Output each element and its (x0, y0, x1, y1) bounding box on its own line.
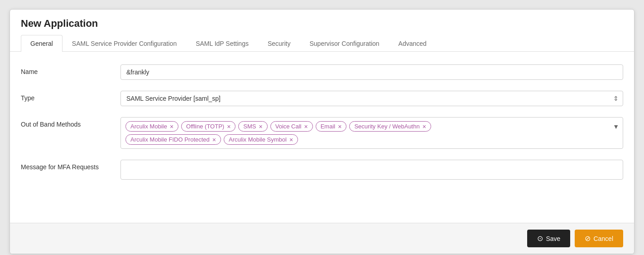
form-footer: ⊙ Save ⊘ Cancel (10, 223, 634, 254)
form-content: Name Type SAML Service Provider [saml_sp… (10, 52, 634, 223)
type-row: Type SAML Service Provider [saml_sp] ⇕ (21, 91, 623, 106)
type-control: SAML Service Provider [saml_sp] ⇕ (120, 91, 623, 106)
tag-remove-offline-totp[interactable]: × (227, 123, 231, 130)
name-label: Name (21, 64, 120, 75)
tag-label: Arculix Mobile (130, 123, 167, 130)
tag-arculix-mobile: Arculix Mobile × (125, 121, 178, 132)
application-window: New Application General SAML Service Pro… (10, 9, 634, 254)
tag-remove-arculix-symbol[interactable]: × (289, 137, 293, 143)
save-label: Save (546, 235, 560, 242)
save-button[interactable]: ⊙ Save (527, 230, 570, 247)
tag-sms: SMS × (238, 121, 267, 132)
tag-remove-arculix-mobile[interactable]: × (170, 123, 173, 130)
oob-control: Arculix Mobile × Offline (TOTP) × SMS × (120, 117, 623, 149)
tab-saml-idp[interactable]: SAML IdP Settings (186, 35, 258, 52)
oob-label: Out of Band Methods (21, 117, 120, 128)
tag-voice-call: Voice Call × (270, 121, 313, 132)
cancel-label: Cancel (593, 235, 613, 242)
tab-security[interactable]: Security (258, 35, 300, 52)
tag-security-key: Security Key / WebAuthn × (349, 121, 431, 132)
tag-label: Security Key / WebAuthn (354, 123, 419, 130)
tab-bar: General SAML Service Provider Configurat… (10, 35, 634, 52)
name-row: Name (21, 64, 623, 80)
mfa-row: Message for MFA Requests (21, 160, 623, 180)
tag-label: Email (321, 123, 336, 130)
oob-row: Out of Band Methods Arculix Mobile × Off… (21, 117, 623, 149)
tag-remove-email[interactable]: × (338, 123, 341, 130)
cancel-icon: ⊘ (585, 234, 591, 243)
type-select-wrapper: SAML Service Provider [saml_sp] ⇕ (120, 91, 623, 106)
mfa-input[interactable] (120, 160, 623, 180)
tag-arculix-symbol: Arculix Mobile Symbol × (224, 134, 298, 145)
name-input[interactable] (120, 64, 623, 80)
tag-offline-totp: Offline (TOTP) × (181, 121, 235, 132)
oob-tags-container[interactable]: Arculix Mobile × Offline (TOTP) × SMS × (120, 117, 623, 149)
tag-label: Arculix Mobile Symbol (229, 136, 287, 143)
tag-label: Voice Call (275, 123, 302, 130)
tab-saml-sp[interactable]: SAML Service Provider Configuration (62, 35, 186, 52)
name-control (120, 64, 623, 80)
type-label: Type (21, 91, 120, 102)
tag-label: Offline (TOTP) (186, 123, 224, 130)
tab-advanced[interactable]: Advanced (389, 35, 436, 52)
tag-remove-sms[interactable]: × (259, 123, 263, 130)
tag-arculix-fido: Arculix Mobile FIDO Protected × (125, 134, 221, 145)
page-title: New Application (10, 10, 634, 35)
tab-general[interactable]: General (21, 35, 62, 52)
tag-remove-arculix-fido[interactable]: × (212, 137, 216, 143)
tag-label: Arculix Mobile FIDO Protected (130, 136, 210, 143)
tab-supervisor[interactable]: Supervisor Configuration (300, 35, 389, 52)
oob-dropdown-arrow-icon: ▼ (613, 123, 619, 130)
oob-tags-row: Arculix Mobile × Offline (TOTP) × SMS × (125, 121, 618, 132)
tag-label: SMS (243, 123, 256, 130)
tag-email: Email × (316, 121, 347, 132)
oob-tags-row-2: Arculix Mobile FIDO Protected × Arculix … (125, 134, 618, 145)
mfa-control (120, 160, 623, 180)
mfa-label: Message for MFA Requests (21, 160, 120, 171)
cancel-button[interactable]: ⊘ Cancel (575, 230, 623, 247)
type-select[interactable]: SAML Service Provider [saml_sp] (120, 91, 623, 106)
tag-remove-voice-call[interactable]: × (304, 123, 308, 130)
tag-remove-security-key[interactable]: × (423, 123, 426, 130)
save-icon: ⊙ (537, 234, 543, 243)
